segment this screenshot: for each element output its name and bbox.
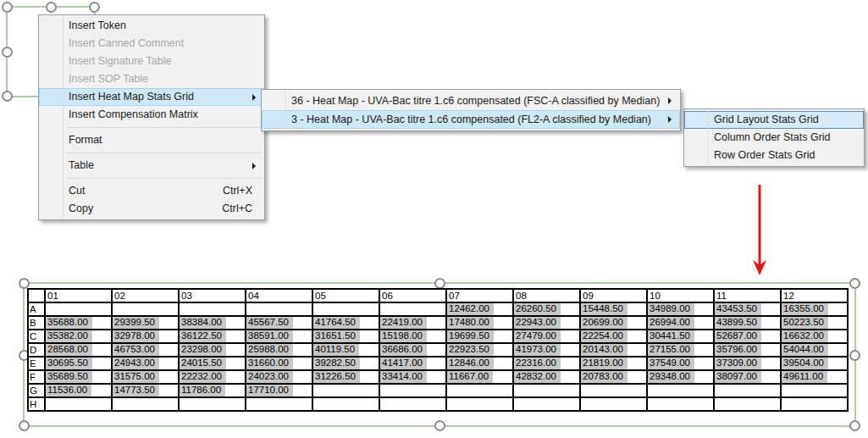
grid-cell[interactable] (781, 397, 848, 411)
grid-row-header[interactable]: F (28, 370, 45, 384)
grid-cell[interactable]: 45567.50 (246, 316, 312, 330)
grid-cell[interactable]: 22232.00 (179, 370, 246, 384)
grid-cell[interactable]: 38384.00 (179, 316, 246, 330)
grid-column-header[interactable]: 08 (513, 289, 580, 302)
grid-cell[interactable] (446, 397, 513, 411)
grid-cell[interactable]: 24943.00 (112, 357, 179, 370)
menu-item-cut[interactable]: CutCtrl+X (39, 182, 264, 200)
selection-handle[interactable] (434, 420, 445, 431)
grid-row-header[interactable]: G (28, 384, 45, 397)
grid-cell[interactable] (446, 384, 513, 397)
grid-cell[interactable] (714, 384, 781, 397)
grid-cell[interactable]: 29348.00 (647, 370, 714, 384)
menu-item-grid-layout-stats-grid[interactable]: Grid Layout Stats Grid (684, 111, 864, 129)
grid-column-header[interactable]: 12 (781, 289, 848, 302)
grid-cell[interactable]: 27155.00 (647, 343, 714, 357)
grid-cell[interactable] (513, 384, 580, 397)
grid-column-header[interactable]: 07 (446, 289, 513, 302)
grid-cell[interactable]: 43899.50 (714, 316, 781, 330)
grid-cell[interactable]: 39282.50 (312, 357, 379, 370)
selection-handle[interactable] (89, 2, 100, 13)
grid-cell[interactable] (379, 397, 446, 411)
grid-column-header[interactable]: 11 (714, 289, 781, 302)
grid-cell[interactable]: 26994.00 (647, 316, 714, 330)
grid-cell[interactable]: 25988.00 (246, 343, 312, 357)
grid-cell[interactable]: 22943.00 (513, 316, 580, 330)
grid-cell[interactable]: 46753.00 (112, 343, 179, 357)
grid-cell[interactable] (179, 397, 246, 411)
grid-cell[interactable]: 12462.00 (446, 302, 513, 316)
grid-cell[interactable]: 22254.00 (580, 330, 647, 343)
selection-handle[interactable] (2, 91, 13, 102)
grid-cell[interactable]: 11667.00 (446, 370, 513, 384)
grid-column-header[interactable]: 03 (179, 289, 246, 302)
menu-item-3-heat-map-uva-bac-titre-1-c6-compensated-fl2-a-classified-by-median[interactable]: 3 - Heat Map - UVA-Bac titre 1.c6 compen… (262, 110, 680, 129)
grid-cell[interactable]: 26260.50 (513, 302, 580, 316)
grid-cell[interactable]: 20783.00 (580, 370, 647, 384)
grid-cell[interactable]: 30441.50 (647, 330, 714, 343)
grid-cell[interactable] (513, 397, 580, 411)
grid-column-header[interactable]: 04 (246, 289, 312, 302)
grid-cell[interactable]: 36122.50 (179, 330, 246, 343)
grid-column-header[interactable]: 10 (647, 289, 714, 302)
grid-cell[interactable]: 31660.00 (246, 357, 312, 370)
menu-item-36-heat-map-uva-bac-titre-1-c6-compensated-fsc-a-classified-by-median[interactable]: 36 - Heat Map - UVA-Bac titre 1.c6 compe… (262, 91, 680, 110)
grid-cell[interactable]: 29399.50 (112, 316, 179, 330)
grid-cell[interactable]: 37309.00 (714, 357, 781, 370)
grid-cell[interactable]: 16632.00 (781, 330, 848, 343)
grid-cell[interactable]: 21819.00 (580, 357, 647, 370)
grid-cell[interactable]: 35689.50 (45, 370, 112, 384)
menu-item-column-order-stats-grid[interactable]: Column Order Stats Grid (684, 129, 864, 147)
grid-cell[interactable] (45, 302, 112, 316)
grid-cell[interactable] (580, 397, 647, 411)
menu-item-format[interactable]: Format (39, 131, 264, 149)
grid-column-header[interactable]: 06 (379, 289, 446, 302)
selection-handle[interactable] (849, 278, 860, 289)
grid-cell[interactable]: 24023.00 (246, 370, 312, 384)
grid-cell[interactable]: 15448.50 (580, 302, 647, 316)
grid-cell[interactable]: 35796.00 (714, 343, 781, 357)
grid-cell[interactable]: 42832.00 (513, 370, 580, 384)
grid-column-header[interactable]: 09 (580, 289, 647, 302)
grid-cell[interactable]: 31575.00 (112, 370, 179, 384)
grid-cell[interactable]: 50223.50 (781, 316, 848, 330)
grid-cell[interactable]: 22419.00 (379, 316, 446, 330)
grid-cell[interactable]: 37549.00 (647, 357, 714, 370)
grid-cell[interactable]: 36686.00 (379, 343, 446, 357)
grid-cell[interactable]: 35382.00 (45, 330, 112, 343)
grid-cell[interactable]: 22923.50 (446, 343, 513, 357)
grid-cell[interactable]: 27479.00 (513, 330, 580, 343)
grid-cell[interactable]: 41417.00 (379, 357, 446, 370)
menu-item-insert-heat-map-stats-grid[interactable]: Insert Heat Map Stats Grid (39, 88, 264, 106)
grid-cell[interactable]: 11536.00 (45, 384, 112, 397)
grid-cell[interactable]: 20143.00 (580, 343, 647, 357)
grid-cell[interactable] (179, 302, 246, 316)
grid-cell[interactable]: 20699.00 (580, 316, 647, 330)
selection-handle[interactable] (2, 47, 13, 58)
grid-row-header[interactable]: H (28, 397, 45, 411)
grid-cell[interactable]: 38591.00 (246, 330, 312, 343)
grid-cell[interactable]: 22316.00 (513, 357, 580, 370)
grid-cell[interactable]: 17710.00 (246, 384, 312, 397)
grid-row-header[interactable]: C (28, 330, 45, 343)
grid-corner-cell[interactable] (28, 289, 45, 302)
selection-handle[interactable] (2, 2, 13, 13)
grid-cell[interactable] (246, 302, 312, 316)
grid-cell[interactable]: 17480.00 (446, 316, 513, 330)
menu-item-table[interactable]: Table (39, 157, 264, 175)
grid-cell[interactable]: 41764.50 (312, 316, 379, 330)
grid-cell[interactable] (246, 397, 312, 411)
grid-cell[interactable]: 11786.00 (179, 384, 246, 397)
grid-cell[interactable] (647, 384, 714, 397)
grid-cell[interactable] (45, 397, 112, 411)
grid-cell[interactable] (312, 397, 379, 411)
grid-cell[interactable] (112, 302, 179, 316)
grid-cell[interactable]: 14773.50 (112, 384, 179, 397)
selection-handle[interactable] (46, 2, 57, 13)
menu-item-copy[interactable]: CopyCtrl+C (39, 200, 264, 218)
grid-cell[interactable] (647, 397, 714, 411)
grid-cell[interactable] (580, 384, 647, 397)
menu-item-row-order-stats-grid[interactable]: Row Order Stats Grid (684, 147, 864, 164)
menu-item-insert-compensation-matrix[interactable]: Insert Compensation Matrix (39, 106, 264, 124)
grid-cell[interactable]: 16355.00 (781, 302, 848, 316)
